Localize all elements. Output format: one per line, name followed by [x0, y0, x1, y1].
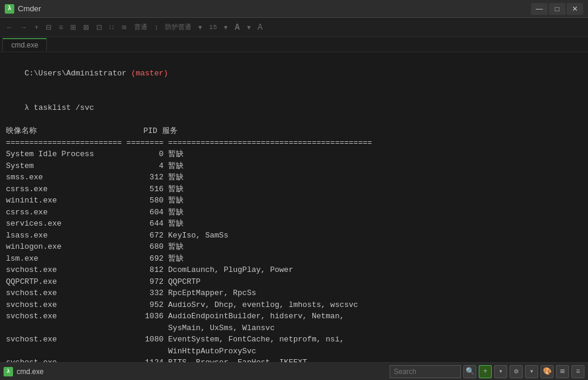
output-line: QQPCRTP.exe 972 QQPCRTP	[6, 276, 582, 288]
toolbar-btn-8[interactable]: ⊡	[94, 22, 105, 33]
prompt-line: C:\Users\Administrator (master)	[6, 56, 582, 91]
output-line: System Idle Process 0 暂缺	[6, 148, 582, 160]
prompt-path: C:\Users\Administrator	[24, 69, 127, 78]
terminal-area[interactable]: C:\Users\Administrator (master) λ taskli…	[0, 52, 588, 362]
tab-cmd-label: cmd.exe	[11, 41, 38, 49]
command-line: λ tasklist /svc	[6, 91, 582, 126]
close-button[interactable]: ✕	[567, 3, 583, 15]
toolbar-btn-10[interactable]: ≋	[119, 22, 129, 33]
output-line: WinHttpAutoProxySvc	[6, 346, 582, 357]
toolbar-btn-5[interactable]: ≡	[56, 22, 65, 33]
lambda-symbol: λ	[24, 103, 34, 112]
app-icon: λ	[5, 4, 14, 14]
toolbar-btn-9[interactable]: ∷	[107, 22, 116, 33]
output-line: svchost.exe 812 DcomLaunch, PlugPlay, Po…	[6, 264, 582, 276]
output-line: 映像名称 PID 服务	[6, 125, 582, 137]
toolbar-font-a: A	[235, 23, 239, 32]
toolbar-dropdown-1[interactable]: ▾	[196, 22, 204, 33]
toolbar-btn-updown[interactable]: ↕	[152, 22, 160, 33]
output-line: ========================= ======== =====…	[6, 137, 582, 149]
statusbar-icon: λ	[4, 367, 13, 376]
output-line: SysMain, UxSms, Wlansvc	[6, 322, 582, 334]
toolbar-dropdown-2[interactable]: ▾	[222, 22, 230, 33]
toolbar-btn-2[interactable]: →	[18, 22, 30, 33]
output-line: svchost.exe 1080 EventSystem, FontCache,…	[6, 334, 582, 346]
toolbar: ← → + ⊟ ≡ ⊞ ⊠ ⊡ ∷ ≋ 普通 ↕ 防护普通 ▾ 15 ▾ A ▾…	[0, 18, 588, 37]
output-line: svchost.exe 1124 BITS, Browser, EapHost,…	[6, 357, 582, 362]
output-line: lsm.exe 692 暂缺	[6, 253, 582, 265]
statusbar-tab-label: cmd.exe	[17, 368, 43, 376]
statusbar-left: λ cmd.exe	[4, 367, 43, 376]
tab-cmd[interactable]: cmd.exe	[2, 38, 47, 51]
command-text: tasklist /svc	[34, 103, 94, 112]
toolbar-btn-6[interactable]: ⊞	[68, 22, 78, 33]
toolbar-label-normal: 普通	[134, 23, 147, 31]
search-button[interactable]: 🔍	[463, 365, 476, 378]
toolbar-dropdown-3[interactable]: ▾	[245, 22, 253, 33]
toolbar-btn-4[interactable]: ⊟	[43, 22, 54, 33]
window-title: Cmder	[18, 4, 41, 13]
layout-button[interactable]: ⊞	[556, 365, 569, 378]
output-line: csrss.exe 516 暂缺	[6, 183, 582, 195]
toolbar-btn-1[interactable]: ←	[4, 22, 15, 33]
output-container: 映像名称 PID 服务========================= ===…	[6, 125, 582, 362]
output-line: smss.exe 312 暂缺	[6, 172, 582, 183]
prompt-branch: (master)	[127, 69, 168, 78]
output-line: svchost.exe 332 RpcEptMapper, RpcSs	[6, 287, 582, 299]
output-line: lsass.exe 672 KeyIso, SamSs	[6, 230, 582, 242]
window-controls: — □ ✕	[531, 3, 583, 15]
title-bar-left: λ Cmder	[5, 4, 41, 14]
status-bar: λ cmd.exe 🔍 + ▾ ⚙ ▾ 🎨 ⊞ ≡	[0, 362, 588, 380]
palette-button[interactable]: 🎨	[540, 365, 554, 378]
toolbar-fontsize: 15	[209, 24, 217, 31]
search-input[interactable]	[390, 365, 461, 378]
statusbar-right: 🔍 + ▾ ⚙ ▾ 🎨 ⊞ ≡	[390, 365, 584, 378]
extra-button[interactable]: ≡	[571, 365, 584, 378]
maximize-button[interactable]: □	[549, 3, 565, 15]
output-line: svchost.exe 952 AudioSrv, Dhcp, eventlog…	[6, 299, 582, 311]
tab-bar: cmd.exe	[0, 37, 588, 52]
output-line: svchost.exe 1036 AudioEndpointBuilder, h…	[6, 311, 582, 322]
config-button-1[interactable]: ▾	[494, 365, 507, 378]
config-button-3[interactable]: ▾	[525, 365, 538, 378]
output-line: wininit.exe 580 暂缺	[6, 195, 582, 207]
output-line: System 4 暂缺	[6, 160, 582, 172]
output-line: winlogon.exe 680 暂缺	[6, 241, 582, 253]
toolbar-font-a2: A	[258, 23, 263, 32]
title-bar: λ Cmder — □ ✕	[0, 0, 588, 18]
output-line: csrss.exe 604 暂缺	[6, 207, 582, 218]
output-line: services.exe 644 暂缺	[6, 218, 582, 230]
add-tab-button[interactable]: +	[479, 365, 492, 378]
toolbar-label-protection: 防护普通	[165, 23, 191, 31]
toolbar-btn-7[interactable]: ⊠	[81, 22, 91, 33]
toolbar-btn-3[interactable]: +	[32, 22, 41, 33]
minimize-button[interactable]: —	[531, 3, 548, 15]
config-button-2[interactable]: ⚙	[510, 365, 523, 378]
